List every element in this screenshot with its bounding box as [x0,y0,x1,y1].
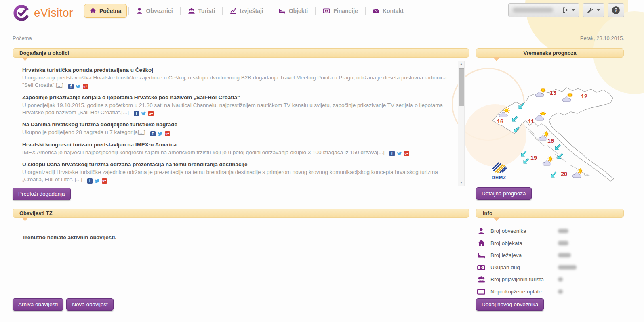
info-row: Broj ležajeva [476,250,624,260]
temperature-label: 19 [530,155,537,161]
help-button[interactable]: ? [608,3,624,17]
info-statistics: Broj obveznika Broj objekata Broj ležaje… [476,226,624,299]
wind-arrow-icon [518,102,525,109]
social-share: fg+ [87,178,107,184]
temperature-label: 13 [550,90,556,96]
twitter-icon[interactable] [76,84,81,89]
news-body: U ponedjeljak 19.10.2015. godine s počet… [22,102,455,117]
events-news-list: Hrvatska turistička ponuda predstavljena… [22,67,455,189]
topbar-controls: ? [508,3,624,17]
evisitor-homepage: eVisitor Početna Obveznici Turisti Izvje… [0,0,644,322]
read-more-link[interactable]: [...] [377,149,385,155]
googleplus-icon[interactable]: g+ [148,111,154,116]
settings-button[interactable] [583,3,604,17]
facebook-icon[interactable]: f [68,84,74,89]
main-nav: Početna Obveznici Turisti Izvještaji Obj… [84,3,409,19]
info-label: Broj prijavljenih turista [490,276,558,282]
googleplus-icon[interactable]: g+ [404,151,409,156]
notices-panel-header: Obavijesti TZ [13,209,469,218]
temperature-label: 16 [547,138,554,144]
news-title: U sklopu Dana hrvatskog turizma održana … [22,161,455,167]
googleplus-icon[interactable]: g+ [83,84,88,89]
wind-arrow-icon [523,157,530,164]
info-panel-header: Info [476,209,624,218]
nav-label: Početna [99,8,121,14]
home-icon [90,8,96,14]
news-item: U sklopu Dana hrvatskog turizma održana … [22,161,455,184]
bed-icon [476,252,486,259]
nav-item-obveznici[interactable]: Obveznici [130,4,178,18]
nav-item-financije[interactable]: Financije [317,4,364,18]
scroll-up-arrow[interactable]: ▲ [458,61,464,67]
nav-separator [180,7,181,15]
nav-item-pocetna[interactable]: Početna [84,4,127,18]
wind-arrow-icon [551,171,558,178]
nav-item-izvjestaji[interactable]: Izvještaji [224,4,269,18]
current-date: Petak, 23.10.2015. [580,35,624,41]
nav-item-turisti[interactable]: Turisti [182,4,221,18]
wind-arrow-icon [555,143,562,150]
weather-panel-header: Vremenska prognoza [476,48,624,58]
wind-arrow-icon [514,125,520,132]
read-more-link[interactable]: [...] [121,109,129,115]
chevron-down-icon [572,9,575,11]
facebook-icon[interactable]: f [389,151,395,156]
googleplus-icon[interactable]: g+ [102,178,107,184]
info-label: Broj ležajeva [490,252,558,258]
nav-item-kontakt[interactable]: Kontakt [367,4,409,18]
facebook-icon[interactable]: f [150,131,156,136]
news-title: Hrvatski kongresni turizam predstavljen … [22,142,455,148]
read-more-link[interactable]: [...] [56,82,63,88]
suncloud-icon [498,107,512,117]
twitter-icon[interactable] [95,178,100,184]
question-icon: ? [612,6,620,14]
scroll-down-arrow[interactable]: ▼ [458,180,464,186]
news-scrollbar[interactable]: ▲ ▼ [458,61,465,186]
news-title: Hrvatska turistička ponuda predstavljena… [22,67,455,73]
nav-label: Kontakt [383,8,404,14]
news-text: U organizaciji Hrvatske turističke zajed… [22,169,438,182]
social-share: fg+ [389,151,409,156]
notices-archive-button[interactable]: Arhiva obavijesti [13,298,63,311]
info-value-redacted [558,265,577,270]
news-item: Hrvatska turistička ponuda predstavljena… [22,67,455,89]
add-new-obligor-button[interactable]: Dodaj novog obveznika [476,298,544,311]
wind-arrow-icon [557,152,564,159]
notices-actions: Arhiva obavijesti Nova obavijest [13,298,114,311]
info-label: Neproknjižene uplate [490,289,558,295]
suncloud-icon [535,87,548,97]
facebook-icon[interactable]: f [87,178,93,184]
croatia-weather-map: 13 12 16 11 16 19 20 DHMZ [487,67,620,187]
info-row: Broj prijavljenih turista [476,274,624,284]
twitter-icon[interactable] [141,111,146,116]
news-title: Na Danima hrvatskog turizma dodijeljene … [22,121,455,128]
facebook-icon[interactable]: f [134,111,139,116]
user-menu-button[interactable] [508,3,579,17]
info-row: Broj obveznika [476,226,624,236]
social-share: fg+ [134,111,154,116]
detailed-forecast-button[interactable]: Detaljna prognoza [476,187,532,200]
info-row: Broj objekata [476,238,624,248]
info-label: Broj objekata [490,240,558,246]
info-value-redacted [558,229,568,233]
read-more-link[interactable]: [...] [75,176,82,182]
logout-icon [562,7,568,13]
notices-empty-message: Trenutno nemate aktivnih obavijesti. [22,234,116,240]
nav-item-objekti[interactable]: Objekti [273,4,314,18]
twitter-icon[interactable] [158,131,163,136]
temperature-label: 20 [561,171,567,177]
googleplus-icon[interactable]: g+ [165,131,170,136]
info-value-redacted [558,253,571,257]
suncloud-icon [572,167,585,178]
propose-events-button[interactable]: Predloži događanja [13,188,71,200]
read-more-link[interactable]: [...] [138,129,145,135]
wrench-icon [587,7,593,13]
info-row: Neproknjižene uplate [476,286,624,297]
info-value-redacted [558,277,563,282]
twitter-icon[interactable] [397,151,402,156]
scrollbar-thumb[interactable] [459,68,464,106]
bed-icon [278,8,286,14]
person-icon [476,228,486,235]
new-notice-button[interactable]: Nova obavijest [66,298,114,311]
nav-separator [271,7,271,15]
